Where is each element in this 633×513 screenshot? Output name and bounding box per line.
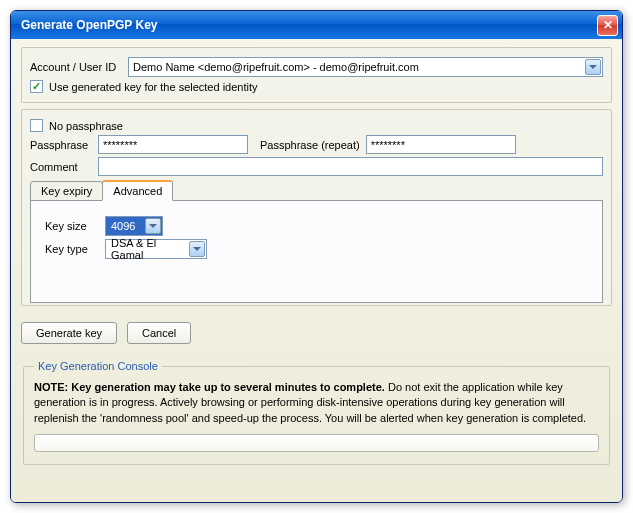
chevron-down-icon — [585, 59, 601, 75]
titlebar: Generate OpenPGP Key ✕ — [11, 11, 622, 39]
tab-advanced[interactable]: Advanced — [102, 180, 173, 201]
tab-body-advanced: Key size 4096 Key type DSA & El Gamal — [30, 200, 603, 303]
comment-label: Comment — [30, 161, 92, 173]
console-note: NOTE: Key generation may take up to seve… — [34, 380, 599, 426]
no-passphrase-checkbox[interactable] — [30, 119, 43, 132]
console-note-bold: NOTE: Key generation may take up to seve… — [34, 381, 385, 393]
passphrase-repeat-input[interactable] — [366, 135, 516, 154]
close-button[interactable]: ✕ — [597, 15, 618, 36]
content: Account / User ID Demo Name <demo@ripefr… — [11, 39, 622, 502]
account-label: Account / User ID — [30, 61, 122, 73]
passphrase-panel: No passphrase Passphrase Passphrase (rep… — [21, 109, 612, 306]
keytype-select[interactable]: DSA & El Gamal — [105, 239, 207, 259]
tab-key-expiry[interactable]: Key expiry — [30, 181, 103, 201]
passphrase-input[interactable] — [98, 135, 248, 154]
account-dropdown[interactable]: Demo Name <demo@ripefruit.com> - demo@ri… — [128, 57, 603, 77]
keytype-label: Key type — [45, 243, 99, 255]
account-panel: Account / User ID Demo Name <demo@ripefr… — [21, 47, 612, 103]
dialog-window: Generate OpenPGP Key ✕ Account / User ID… — [10, 10, 623, 503]
keysize-label: Key size — [45, 220, 99, 232]
no-passphrase-label: No passphrase — [49, 120, 123, 132]
passphrase-label: Passphrase — [30, 139, 92, 151]
keysize-value: 4096 — [111, 220, 135, 232]
window-title: Generate OpenPGP Key — [21, 18, 597, 32]
progress-bar — [34, 434, 599, 452]
use-generated-label: Use generated key for the selected ident… — [49, 81, 258, 93]
console-fieldset: Key Generation Console NOTE: Key generat… — [23, 360, 610, 465]
comment-input[interactable] — [98, 157, 603, 176]
passphrase-repeat-label: Passphrase (repeat) — [260, 139, 360, 151]
account-value: Demo Name <demo@ripefruit.com> - demo@ri… — [133, 61, 419, 73]
generate-button[interactable]: Generate key — [21, 322, 117, 344]
keysize-select[interactable]: 4096 — [105, 216, 163, 236]
chevron-down-icon — [145, 218, 161, 234]
tabs: Key expiry Advanced Key size 4096 Key ty… — [30, 179, 603, 303]
button-row: Generate key Cancel — [21, 322, 612, 344]
keytype-value: DSA & El Gamal — [111, 237, 186, 261]
cancel-button[interactable]: Cancel — [127, 322, 191, 344]
chevron-down-icon — [189, 241, 205, 257]
console-legend: Key Generation Console — [34, 360, 162, 372]
use-generated-checkbox[interactable] — [30, 80, 43, 93]
